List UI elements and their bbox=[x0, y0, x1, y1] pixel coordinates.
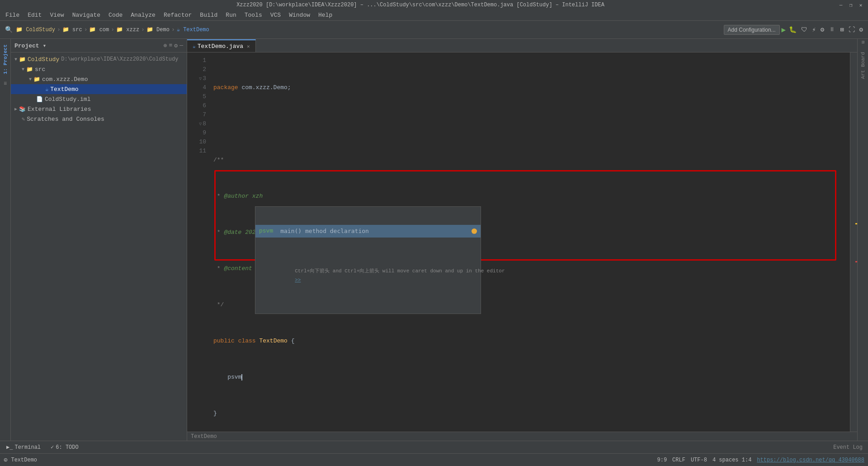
far-right-tab-m[interactable]: m bbox=[859, 39, 867, 46]
project-minimize-icon[interactable]: — bbox=[179, 42, 183, 49]
pause-icon[interactable]: ⏸ bbox=[827, 25, 837, 34]
menu-edit[interactable]: Edit bbox=[24, 11, 45, 19]
structure-icon[interactable]: ≡ bbox=[4, 81, 7, 87]
code-content[interactable]: package com.xzzz.Demo; /** * @author xzh… bbox=[210, 52, 850, 432]
menu-vcs[interactable]: VCS bbox=[267, 11, 284, 19]
tab-filename: TextDemo.java bbox=[198, 43, 243, 50]
autocomplete-hint-link[interactable]: >> bbox=[295, 277, 301, 283]
menu-code[interactable]: Code bbox=[105, 11, 126, 19]
project-sync-icon[interactable]: ⊕ bbox=[164, 42, 167, 49]
menu-view[interactable]: View bbox=[46, 11, 67, 19]
tab-terminal-label: Terminal bbox=[14, 444, 41, 451]
status-crlf[interactable]: CRLF bbox=[672, 457, 685, 463]
menu-help[interactable]: Help bbox=[315, 11, 336, 19]
status-bar-left: ⊙ TextDemo bbox=[4, 456, 37, 464]
project-icon: 📁 bbox=[19, 56, 26, 63]
autocomplete-description: main() method declaration bbox=[280, 227, 369, 236]
menu-tools[interactable]: Tools bbox=[241, 11, 266, 19]
status-charset[interactable]: UTF-8 bbox=[691, 457, 707, 463]
tree-item-com-xzzz-demo[interactable]: ▼ 📁 com.xzzz.Demo bbox=[11, 74, 187, 84]
autocomplete-item[interactable]: psvm main() method declaration bbox=[255, 225, 481, 238]
code-line-9: psvm bbox=[213, 373, 846, 382]
com-folder-icon: 📁 bbox=[33, 76, 40, 83]
restore-button[interactable]: ❐ bbox=[847, 1, 854, 9]
autocomplete-name: psvm bbox=[259, 227, 273, 236]
settings-toolbar-icon[interactable]: ⚙ bbox=[858, 25, 864, 34]
breadcrumb-xzzz[interactable]: 📁 xzzz bbox=[116, 26, 139, 33]
navigate-icon[interactable]: 🔍 bbox=[4, 25, 14, 34]
tree-arrow-ext: ▶ bbox=[14, 106, 17, 112]
close-button[interactable]: ✕ bbox=[857, 1, 864, 9]
menu-navigate[interactable]: Navigate bbox=[69, 11, 104, 19]
menu-window[interactable]: Window bbox=[285, 11, 314, 19]
breadcrumb-coldstudy[interactable]: 📁 ColdStudy bbox=[16, 26, 55, 33]
project-panel-tab[interactable]: 1: Project bbox=[2, 43, 9, 76]
far-right-tab-artboard[interactable]: Art Board bbox=[859, 50, 867, 81]
code-editor[interactable]: 1 2 ▽3 4 5 6 7 ▽8 9 10 11 pack bbox=[187, 52, 857, 432]
autocomplete-indicator bbox=[472, 228, 477, 234]
debug-button[interactable]: 🐛 bbox=[788, 25, 798, 34]
menu-run[interactable]: Run bbox=[222, 11, 240, 19]
tree-item-src[interactable]: ▼ 📁 src bbox=[11, 64, 187, 74]
breadcrumb-textdemo[interactable]: ☕ TextDemo bbox=[177, 26, 209, 33]
add-configuration-button[interactable]: Add Configuration... bbox=[724, 25, 780, 35]
project-collapse-icon[interactable]: ≡ bbox=[169, 42, 173, 49]
tree-arrow-com: ▼ bbox=[29, 77, 32, 82]
fold-icon-8[interactable]: ▽ bbox=[199, 121, 202, 128]
menu-refactor[interactable]: Refactor bbox=[160, 11, 195, 19]
java-file-icon: ☕ bbox=[45, 86, 48, 93]
code-line-10: } bbox=[213, 409, 846, 418]
line-num-6: 6 bbox=[187, 101, 206, 110]
tree-item-coldstudy[interactable]: ▼ 📁 ColdStudy D:\workplace\IDEA\Xzzz2020… bbox=[11, 54, 187, 64]
fold-icon-3[interactable]: ▽ bbox=[199, 76, 202, 82]
project-settings-icon[interactable]: ⚙ bbox=[174, 42, 178, 49]
tree-arrow-src: ▼ bbox=[22, 67, 24, 72]
window-controls: — ❐ ✕ bbox=[837, 1, 864, 9]
menu-file[interactable]: File bbox=[2, 11, 23, 19]
code-line-2 bbox=[213, 119, 846, 128]
iml-file-icon: 📄 bbox=[36, 96, 43, 103]
status-indent[interactable]: 4 spaces 1:4 bbox=[712, 457, 751, 463]
project-tree: ▼ 📁 ColdStudy D:\workplace\IDEA\Xzzz2020… bbox=[11, 52, 187, 441]
left-sidebar-strip: 1: Project ≡ bbox=[0, 39, 11, 441]
tree-item-coldstudy-iml[interactable]: 📄 ColdStudy.iml bbox=[11, 94, 187, 104]
status-bar: ⊙ TextDemo 9:9 CRLF UTF-8 4 spaces 1:4 h… bbox=[0, 453, 868, 466]
line-num-10: 10 bbox=[187, 138, 206, 147]
menu-analyze[interactable]: Analyze bbox=[127, 11, 159, 19]
breadcrumb-com[interactable]: 📁 com bbox=[89, 26, 109, 33]
status-link[interactable]: https://blog.csdn.net/qq_43040688 bbox=[757, 457, 864, 463]
layout-icon[interactable]: ⊞ bbox=[839, 25, 845, 34]
tree-item-external-libraries[interactable]: ▶ 📚 External Libraries bbox=[11, 104, 187, 114]
more-icon[interactable]: ⚙ bbox=[819, 25, 826, 34]
far-right-strip: m Art Board bbox=[857, 39, 868, 441]
event-log-tab[interactable]: Event Log bbox=[830, 443, 866, 452]
tab-textdemo[interactable]: ☕ TextDemo.java ✕ bbox=[187, 39, 256, 52]
tree-label-textdemo: TextDemo bbox=[50, 86, 78, 93]
profile-button[interactable]: ⚡ bbox=[811, 25, 817, 34]
expand-icon[interactable]: ⛶ bbox=[847, 25, 856, 34]
terminal-icon: ▶_ bbox=[6, 444, 13, 451]
code-line-4: * @author xzh bbox=[213, 192, 846, 201]
bottom-tabs: ▶_ Terminal ✓ 6: TODO Event Log bbox=[0, 441, 868, 453]
tab-terminal[interactable]: ▶_ Terminal bbox=[2, 442, 45, 453]
autocomplete-popup[interactable]: psvm main() method declaration Ctrl+向下箭头… bbox=[255, 206, 481, 314]
tree-label-ext-lib: External Libraries bbox=[28, 106, 91, 113]
title-text: Xzzz2020 [D:\workplace\IDEA\Xzzz2020] – … bbox=[4, 2, 837, 8]
menu-build[interactable]: Build bbox=[196, 11, 221, 19]
breadcrumb: 📁 ColdStudy › 📁 src › 📁 com › 📁 xzzz › 📁… bbox=[16, 26, 209, 33]
tree-item-textdemo[interactable]: ☕ TextDemo bbox=[11, 84, 187, 94]
tab-todo[interactable]: ✓ 6: TODO bbox=[46, 442, 83, 453]
coverage-button[interactable]: 🛡 bbox=[800, 25, 809, 34]
editor-footer: TextDemo bbox=[187, 432, 857, 441]
code-line-8: public class TextDemo { bbox=[213, 337, 846, 346]
editor-footer-filename: TextDemo bbox=[191, 433, 217, 440]
breadcrumb-src[interactable]: 📁 src bbox=[62, 26, 82, 33]
tab-close-button[interactable]: ✕ bbox=[247, 43, 250, 49]
run-button[interactable]: ▶ bbox=[782, 25, 786, 34]
tree-item-scratches[interactable]: ✎ Scratches and Consoles bbox=[11, 114, 187, 124]
toolbar: 🔍 📁 ColdStudy › 📁 src › 📁 com › 📁 xzzz ›… bbox=[0, 21, 868, 39]
breadcrumb-demo[interactable]: 📁 Demo bbox=[146, 26, 170, 33]
status-position[interactable]: 9:9 bbox=[657, 457, 667, 463]
minimize-button[interactable]: — bbox=[837, 1, 844, 9]
tree-arrow: ▼ bbox=[14, 57, 17, 62]
